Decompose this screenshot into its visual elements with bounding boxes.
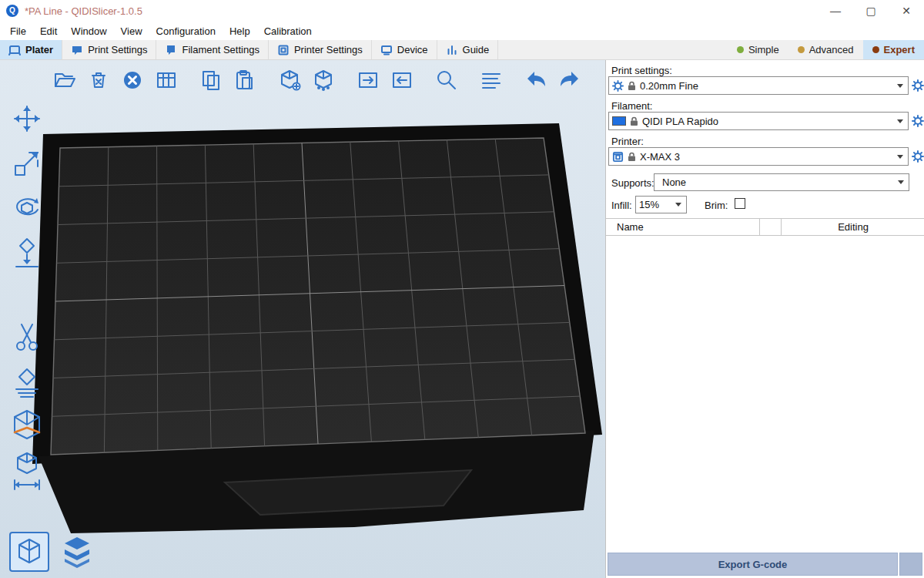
menu-view[interactable]: View — [114, 23, 149, 39]
mode-expert-label: Expert — [884, 44, 915, 55]
printer-label: Printer: — [611, 136, 644, 147]
assembly-tool-button[interactable] — [8, 453, 46, 490]
filament-gear-button[interactable] — [911, 114, 924, 128]
guide-icon — [446, 44, 458, 56]
supports-label: Supports: — [611, 177, 654, 189]
menu-file[interactable]: File — [3, 23, 33, 39]
object-list[interactable] — [606, 236, 924, 544]
delete-all-icon — [121, 69, 144, 92]
menu-window[interactable]: Window — [64, 23, 113, 39]
menu-bar: File Edit Window View Configuration Help… — [0, 22, 924, 40]
top-toolbar — [52, 68, 582, 92]
tab-device[interactable]: Device — [372, 40, 437, 59]
mode-simple[interactable]: Simple — [728, 40, 788, 59]
measure-tool-button[interactable] — [8, 408, 46, 445]
tab-print-settings-label: Print Settings — [88, 44, 147, 55]
place-on-face-tool-button[interactable] — [8, 234, 46, 271]
print-settings-icon — [71, 44, 83, 56]
printer-icon — [612, 151, 624, 163]
redo-button[interactable] — [557, 68, 582, 92]
supports-value: None — [658, 176, 894, 188]
tab-filament-settings-label: Filament Settings — [182, 44, 259, 55]
assembly-tool-icon — [8, 451, 45, 492]
close-button[interactable]: ✕ — [889, 0, 924, 22]
copy-button[interactable] — [199, 68, 223, 92]
tab-bar: Plater Print Settings Filament Settings … — [0, 40, 924, 60]
mode-advanced[interactable]: Advanced — [788, 40, 863, 59]
column-header-blank[interactable] — [760, 219, 782, 235]
variable-layer-height-icon — [480, 69, 503, 92]
cut-tool-button[interactable] — [8, 319, 46, 356]
lock-icon — [628, 152, 636, 162]
paste-button[interactable] — [233, 68, 257, 92]
chevron-down-icon — [897, 84, 903, 88]
settings-sidebar: Print settings: 0.20mm Fine Filament: QI… — [605, 60, 924, 578]
split-to-objects-button[interactable] — [277, 68, 302, 92]
rotate-tool-button[interactable] — [8, 190, 46, 227]
scale-tool-button[interactable] — [8, 145, 46, 182]
tab-print-settings[interactable]: Print Settings — [62, 40, 156, 59]
tab-guide-label: Guide — [463, 44, 490, 55]
export-gcode-options-button[interactable] — [899, 553, 922, 576]
open-folder-button[interactable] — [52, 68, 77, 92]
printer-gear-button[interactable] — [911, 150, 924, 163]
left-toolbar — [5, 100, 49, 490]
support-paint-tool-button[interactable] — [8, 364, 46, 401]
delete-button[interactable] — [86, 68, 111, 92]
preview-layers-view-button[interactable] — [57, 532, 97, 572]
filament-settings-icon — [165, 44, 177, 56]
arrange-button[interactable] — [154, 68, 179, 92]
print-bed-scene — [0, 60, 605, 578]
gear-icon — [612, 80, 624, 92]
brim-checkbox[interactable] — [735, 198, 745, 209]
tab-plater-label: Plater — [25, 44, 53, 55]
infill-combo[interactable]: 15% — [635, 196, 687, 213]
tab-printer-settings[interactable]: Printer Settings — [269, 40, 372, 59]
plater-icon — [8, 44, 21, 56]
filament-color-swatch — [612, 116, 626, 126]
delete-icon — [87, 69, 110, 92]
gear-icon — [912, 150, 924, 163]
supports-combo[interactable]: None — [654, 173, 909, 191]
split-to-parts-button[interactable] — [311, 68, 336, 92]
export-gcode-button[interactable]: Export G-code — [608, 553, 898, 576]
search-button[interactable] — [434, 68, 459, 92]
menu-calibration[interactable]: Calibration — [257, 23, 319, 39]
window-title: *PA Line - QIDISlicer-1.0.5 — [25, 5, 142, 17]
chevron-down-icon — [897, 155, 903, 159]
redo-icon — [557, 68, 582, 92]
simple-dot-icon — [737, 46, 744, 53]
tab-guide[interactable]: Guide — [437, 40, 499, 59]
mode-expert[interactable]: Expert — [863, 40, 924, 59]
print-settings-label: Print settings: — [611, 65, 672, 76]
variable-layer-height-button[interactable] — [479, 68, 504, 92]
lock-icon — [628, 81, 636, 91]
tab-plater[interactable]: Plater — [0, 40, 62, 59]
view-toggle — [9, 532, 97, 572]
maximize-button[interactable]: ▢ — [853, 0, 889, 22]
chevron-down-icon — [898, 180, 904, 184]
delete-all-button[interactable] — [120, 68, 145, 92]
print-settings-combo[interactable]: 0.20mm Fine — [608, 76, 909, 95]
editor-3d-view-button[interactable] — [9, 532, 49, 572]
undo-button[interactable] — [524, 68, 548, 92]
column-header-editing[interactable]: Editing — [782, 219, 924, 235]
filament-combo[interactable]: QIDI PLA Rapido — [608, 112, 909, 130]
menu-configuration[interactable]: Configuration — [149, 23, 223, 39]
menu-help[interactable]: Help — [223, 23, 257, 39]
rotate-tool-icon — [10, 191, 44, 225]
column-header-name[interactable]: Name — [606, 219, 760, 235]
printer-combo[interactable]: X-MAX 3 — [608, 147, 909, 166]
tab-filament-settings[interactable]: Filament Settings — [156, 40, 268, 59]
open-folder-icon — [53, 69, 76, 92]
move-tool-button[interactable] — [8, 100, 46, 137]
menu-edit[interactable]: Edit — [33, 23, 64, 39]
print-settings-gear-button[interactable] — [911, 79, 924, 92]
arrange-icon — [155, 69, 178, 92]
remove-instance-button[interactable] — [390, 68, 414, 92]
infill-label: Infill: — [611, 200, 632, 211]
minimize-button[interactable]: — — [818, 0, 853, 22]
tab-device-label: Device — [397, 44, 428, 55]
3d-viewport[interactable] — [0, 60, 605, 578]
add-instance-button[interactable] — [356, 68, 380, 92]
